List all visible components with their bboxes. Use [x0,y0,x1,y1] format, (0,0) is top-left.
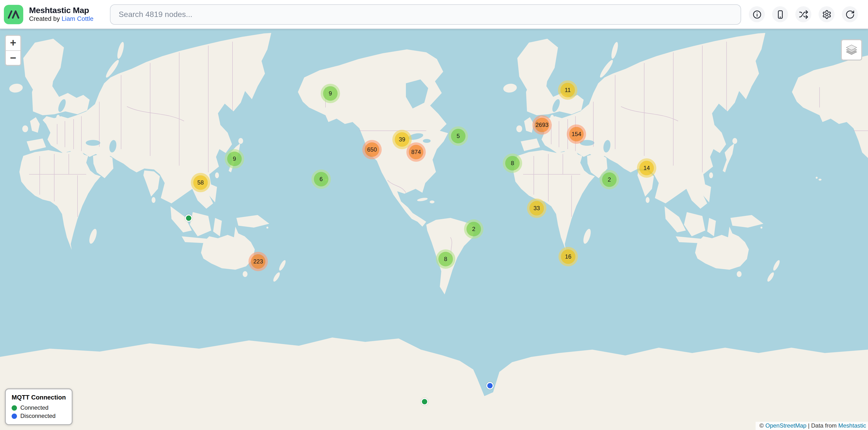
title-block: Meshtastic Map Created by Liam Cottle [29,6,102,23]
page-title: Meshtastic Map [29,6,102,15]
cluster-marker[interactable]: 2 [600,170,619,189]
meshtastic-logo [4,5,23,24]
legend-label: Connected [20,404,49,411]
zoom-control: + − [5,35,21,66]
refresh-icon [845,9,855,19]
random-node-button[interactable] [795,6,811,22]
app: Meshtastic Map Created by Liam Cottle [0,0,868,430]
mobile-app-button[interactable] [772,6,788,22]
mobile-icon [775,9,785,19]
cluster-marker[interactable]: 874 [406,142,426,162]
info-button[interactable] [749,6,765,22]
refresh-button[interactable] [842,6,858,22]
cluster-marker[interactable]: 154 [567,125,586,144]
search-input[interactable] [110,4,741,25]
cluster-marker[interactable]: 16 [558,247,578,266]
author-link[interactable]: Liam Cottle [62,15,93,22]
osm-link[interactable]: OpenStreetMap [765,422,806,429]
disconnected-dot-icon [11,413,17,419]
map[interactable]: + − 911269315439650874595868214332816223… [0,29,868,430]
node-marker-connected[interactable] [421,398,428,405]
settings-button[interactable] [818,6,835,22]
zoom-out-button[interactable]: − [6,51,20,65]
cluster-marker[interactable]: 2 [464,219,484,239]
zoom-in-button[interactable]: + [6,36,20,51]
header-buttons [749,6,858,22]
mqtt-legend: MQTT Connection Connected Disconnected [5,388,73,425]
byline: Created by Liam Cottle [29,15,102,23]
cluster-marker[interactable]: 8 [503,154,522,173]
cluster-marker[interactable]: 9 [321,84,340,103]
meshtastic-logo-icon [5,6,22,23]
cluster-marker[interactable]: 6 [311,169,331,189]
legend-title: MQTT Connection [11,394,66,401]
attribution-prefix: © [760,422,765,429]
attribution: © OpenStreetMap | Data from Meshtastic [755,422,868,430]
connected-dot-icon [11,405,17,410]
cluster-marker[interactable]: 9 [225,149,244,168]
cluster-marker[interactable]: 33 [527,199,547,218]
shuffle-icon [799,9,808,19]
world-map-tiles [0,29,868,430]
cluster-marker[interactable]: 58 [191,173,210,192]
cluster-marker[interactable]: 5 [448,126,468,146]
cluster-marker[interactable]: 223 [248,252,268,271]
node-marker-connected[interactable] [185,214,192,222]
cluster-marker[interactable]: 8 [436,250,455,269]
info-icon [752,9,762,19]
header: Meshtastic Map Created by Liam Cottle [0,0,868,29]
layers-icon [845,43,858,57]
legend-item-connected: Connected [11,404,66,411]
legend-item-disconnected: Disconnected [11,412,66,419]
layers-control[interactable] [841,39,862,61]
cluster-marker[interactable]: 2693 [532,115,552,135]
meshtastic-link[interactable]: Meshtastic [838,422,866,429]
cluster-marker[interactable]: 11 [558,80,578,100]
cluster-marker[interactable]: 14 [637,158,656,178]
gear-icon [822,9,831,19]
byline-prefix: Created by [29,15,62,22]
legend-label: Disconnected [20,412,56,419]
cluster-marker[interactable]: 650 [362,140,382,159]
node-marker-disconnected[interactable] [486,382,493,389]
attribution-middle: | Data from [806,422,838,429]
